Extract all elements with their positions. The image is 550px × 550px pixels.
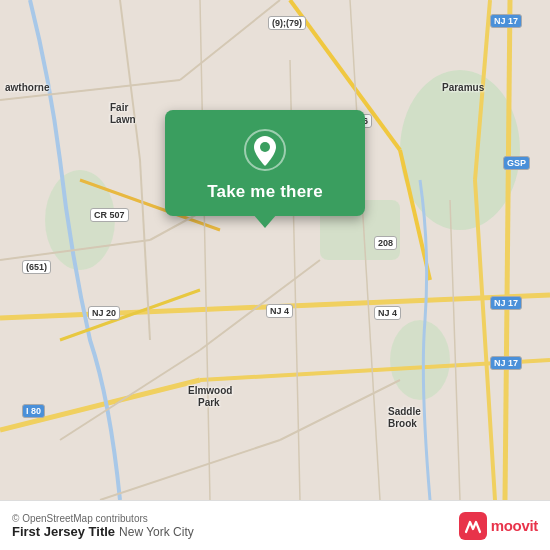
map-roads [0, 0, 550, 500]
svg-point-2 [45, 170, 115, 270]
osm-attribution: © OpenStreetMap contributors [12, 513, 194, 524]
svg-point-4 [390, 320, 450, 400]
svg-point-31 [260, 142, 270, 152]
map-container: awthorne Fair Lawn Paramus Elmwood Park … [0, 0, 550, 500]
bottom-bar: © OpenStreetMap contributors First Jerse… [0, 500, 550, 550]
location-city: New York City [119, 525, 194, 539]
take-me-there-label[interactable]: Take me there [207, 182, 323, 202]
moovit-label: moovit [491, 517, 538, 534]
moovit-logo: moovit [459, 512, 538, 540]
svg-point-1 [400, 70, 520, 230]
svg-rect-32 [459, 512, 487, 540]
location-info: © OpenStreetMap contributors First Jerse… [12, 513, 194, 539]
location-popup[interactable]: Take me there [165, 110, 365, 216]
location-pin-icon [243, 128, 287, 172]
location-name: First Jersey Title [12, 524, 115, 539]
moovit-icon [459, 512, 487, 540]
